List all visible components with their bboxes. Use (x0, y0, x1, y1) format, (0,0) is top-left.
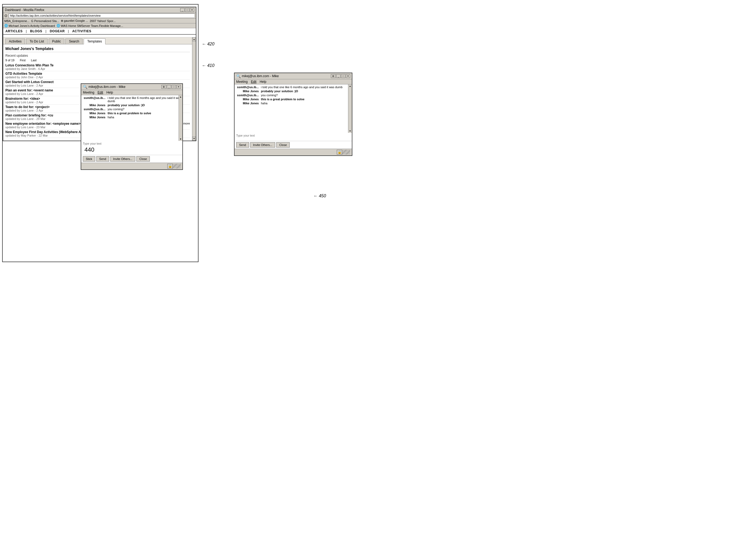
chat-inner-minimize[interactable]: _ (167, 85, 171, 89)
chat-inner-close[interactable]: ✕ (177, 85, 181, 89)
tab-bar: Activities To Do List Public Search Temp… (3, 37, 192, 44)
nav-blogs[interactable]: BLOGS (30, 29, 42, 33)
annotation-410: ← 410 (202, 63, 214, 68)
chat-inner-bottom: 🔒 (81, 163, 182, 169)
chat-inner-title-text: mikej@us.ibm.com - Mike (88, 85, 125, 89)
nav-bar: ARTICLES | BLOGS | DOGEAR | ACTIVITIES (3, 28, 196, 35)
resize-handle-outer (342, 150, 350, 155)
browser-titlebar: Dashboard - Mozilla Firefox _ □ ✕ (3, 7, 196, 13)
chat-outer-invite-btn[interactable]: Invite Others... (250, 142, 275, 148)
bookmark-yahoo[interactable]: 2007 Yahoo! Spor... (89, 19, 115, 23)
chat-inner-buttons: Stick Send Invite Others... Close (81, 155, 182, 163)
chat-inner-input-area: Type your text 440 (81, 141, 182, 155)
lock-icon-outer: 🔒 (337, 150, 342, 155)
bookmark-mba[interactable]: MBA_Entreprene... (4, 19, 30, 23)
chat-inner-titlebar: 🔍 mikej@us.ibm.com - Mike ⊞ _ □ ✕ (81, 84, 182, 90)
chat-outer-sender-1: ssmith@us.ib... (236, 85, 260, 89)
restore-button[interactable]: □ (185, 8, 189, 12)
chat-inner-sender-3: ssmith@us.ib... (82, 108, 107, 111)
template-name-1[interactable]: Lotus Connections Win Plan Te (5, 64, 190, 67)
close-button[interactable]: ✕ (190, 8, 194, 12)
chat-inner-sender-5: Mike Jones (82, 116, 107, 119)
chat-inner-sender-2: Mike Jones (82, 104, 107, 107)
tab-templates[interactable]: Templates (84, 38, 105, 44)
chat-outer-buttons: Send Invite Others... Close (234, 141, 352, 149)
tab-todo[interactable]: To Do List (26, 38, 47, 44)
chat-inner-scroll-up[interactable]: ▲ (179, 95, 182, 99)
chat-outer-text-2: probably your solution :)O (261, 89, 351, 93)
chat-outer-restore[interactable]: □ (341, 74, 345, 78)
chat-inner-send-btn[interactable]: Send (96, 156, 109, 162)
tab-activities[interactable]: Activities (5, 38, 25, 44)
chat-inner-sender-1: ssmith@us.ib... (82, 96, 107, 99)
chat-outer-scroll-up[interactable]: ▲ (348, 84, 352, 88)
chat-outer-menu-meeting[interactable]: Meeting (236, 80, 248, 84)
chat-outer-close[interactable]: ✕ (346, 74, 350, 78)
minimize-button[interactable]: _ (180, 8, 185, 12)
tab-public[interactable]: Public (49, 38, 65, 44)
page-title: Michael Jones's Templates (5, 46, 190, 52)
chat-inner-menu-edit[interactable]: Edit (98, 91, 103, 94)
chat-outer-minimize[interactable]: _ (336, 74, 340, 78)
chat-inner-icon-btn[interactable]: ⊞ (161, 85, 166, 89)
chat-inner-scroll-down[interactable]: ▼ (179, 137, 182, 141)
chat-inner-menu-meeting[interactable]: Meeting (83, 91, 95, 94)
bookmarks-bar-1: MBA_Entreprene... G Personalized Sta... … (3, 18, 196, 24)
chat-inner-title: 🔍 mikej@us.ibm.com - Mike (83, 85, 125, 89)
more-link[interactable]: more (183, 122, 190, 126)
browser-back-icon[interactable]: ⊙ (4, 13, 7, 18)
bookmark-personalized[interactable]: G Personalized Sta... (31, 19, 59, 23)
chat-inner-invite-btn[interactable]: Invite Others... (110, 156, 136, 162)
spacer (3, 35, 196, 37)
chat-outer-close-btn[interactable]: Close (276, 142, 290, 148)
pagination-count: 9 of 19 (5, 58, 14, 62)
chat-outer-messages: ssmith@us.ib... i told you that one like… (234, 84, 352, 133)
chat-label-430 (236, 138, 350, 140)
nav-articles[interactable]: ARTICLES (5, 29, 23, 33)
bookmarks-bar-2: 🌐 Michael Jones's Activity Dashboard 🌐 W… (3, 24, 196, 28)
template-meta-1: updated by Jane Smith - 6 Apr (5, 67, 190, 71)
chat-outer-menu-edit[interactable]: Edit (251, 80, 257, 84)
chat-inner-msg-1: ssmith@us.ib... i told you that one like… (82, 96, 181, 103)
tab-search[interactable]: Search (65, 38, 83, 44)
address-input[interactable] (9, 13, 195, 18)
pagination-last[interactable]: Last (31, 58, 37, 62)
chat-outer-msg-1: ssmith@us.ib... i told you that one like… (236, 85, 351, 89)
chat-outer-icon-btn[interactable]: ⊞ (331, 74, 336, 78)
chat-inner-messages: ssmith@us.ib... i told you that one like… (81, 95, 182, 141)
nav-dogear[interactable]: DOGEAR (50, 29, 65, 33)
chat-outer-sender-5: Mike Jones (236, 102, 260, 105)
nav-sep-3: | (68, 29, 69, 33)
bookmark-gauntlet[interactable]: ⊕ gauntlet Google ... (61, 19, 88, 23)
chat-outer-input-label: Type your text (236, 134, 350, 137)
chat-outer-sender-2: Mike Jones (236, 89, 260, 93)
chat-inner-close-btn[interactable]: Close (136, 156, 150, 162)
chat-outer-sender-3: ssmith@us.ib... (236, 93, 260, 97)
chat-inner-scrollbar: ▲ ▼ (179, 95, 182, 141)
scroll-down-arrow[interactable]: ▼ (192, 136, 196, 141)
browser-scrollbar[interactable]: ▲ ▼ (192, 37, 196, 141)
pagination: 9 of 19 First Last (5, 58, 190, 62)
chat-inner-menu-help[interactable]: Help (106, 91, 113, 94)
chat-outer-send-btn[interactable]: Send (236, 142, 249, 148)
chat-outer-title: 🔍 mikej@us.ibm.com - Mike (236, 74, 279, 78)
chat-outer-messages-container: ssmith@us.ib... i told you that one like… (234, 84, 352, 133)
chat-outer-scroll-down[interactable]: ▼ (348, 129, 352, 133)
chat-inner-restore[interactable]: □ (172, 85, 176, 89)
chat-inner-stick-btn[interactable]: Stick (83, 156, 95, 162)
template-name-8[interactable]: New employee orientation for: <employee … (5, 122, 80, 126)
chat-inner-text-5: haha (108, 116, 181, 119)
pagination-first[interactable]: First (20, 58, 26, 62)
template-name-2[interactable]: GTD Activities Template (5, 72, 190, 76)
nav-activities[interactable]: ACTIVITIES (72, 29, 91, 33)
bookmark-activity-dashboard[interactable]: 🌐 Michael Jones's Activity Dashboard (4, 24, 55, 28)
scroll-up-arrow[interactable]: ▲ (192, 37, 196, 41)
chat-inner-input-label: Type your text (83, 142, 181, 145)
chat-outer-text-1: i told you that one like 6 months ago an… (261, 85, 351, 89)
chat-outer-menu-help[interactable]: Help (260, 80, 266, 84)
chat-outer-msg-5: Mike Jones haha (236, 102, 351, 105)
section-header: Recent updates (5, 54, 190, 57)
chat-outer-controls: ⊞ _ □ ✕ (331, 74, 350, 78)
bookmark-was-home[interactable]: 🌐 WAS Home SMServer Team.Flexible Manage… (57, 24, 123, 28)
chat-inner-sender-4: Mike Jones (82, 112, 107, 115)
